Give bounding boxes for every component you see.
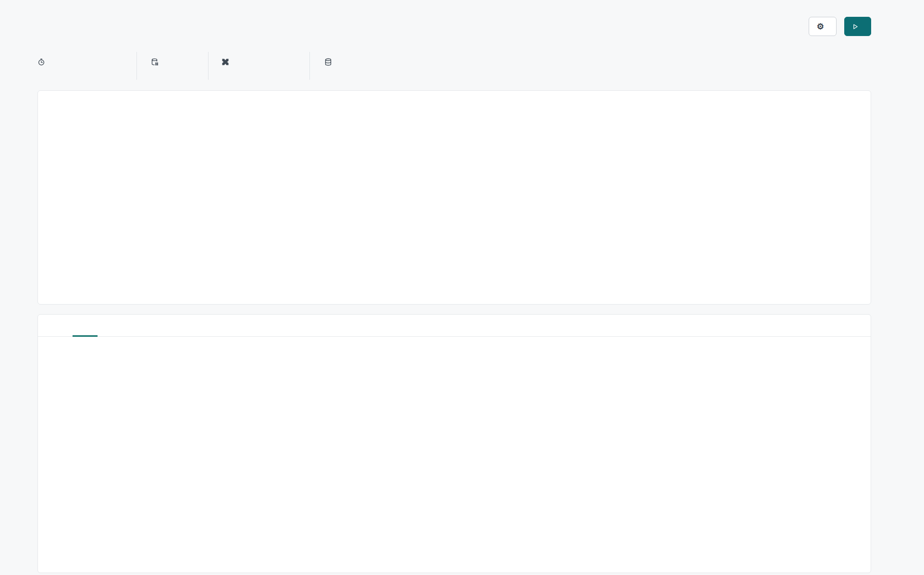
settings-button[interactable]: ⚙ <box>809 17 837 36</box>
documentation-value-row <box>222 58 234 66</box>
divider <box>309 52 310 80</box>
environment-icon <box>151 58 159 66</box>
info-next-run <box>37 52 49 66</box>
header-actions: ⚙ <box>798 16 871 37</box>
insights-card <box>37 314 871 573</box>
database-icon <box>324 58 332 66</box>
clock-icon <box>37 58 45 66</box>
gear-icon: ⚙ <box>817 23 824 31</box>
dbt-docs-icon <box>222 58 229 66</box>
info-environment <box>151 52 163 66</box>
divider <box>208 52 209 80</box>
build-duration-chart <box>49 173 856 289</box>
sources-value-row <box>324 58 336 66</box>
tab-bar <box>38 315 871 337</box>
info-sources <box>324 52 336 66</box>
top-models-chart <box>462 394 798 567</box>
tab-insights[interactable] <box>73 315 98 336</box>
production-job-page: ⚙ <box>0 0 924 575</box>
models-built-chart <box>73 394 457 560</box>
environment-value-row <box>151 58 163 66</box>
tab-runs[interactable] <box>48 315 73 336</box>
divider <box>136 52 137 80</box>
run-now-button[interactable] <box>844 17 871 36</box>
recent-runs-card <box>37 90 871 305</box>
next-run-value-row <box>37 58 49 66</box>
play-icon <box>852 24 859 30</box>
info-documentation <box>222 52 234 66</box>
